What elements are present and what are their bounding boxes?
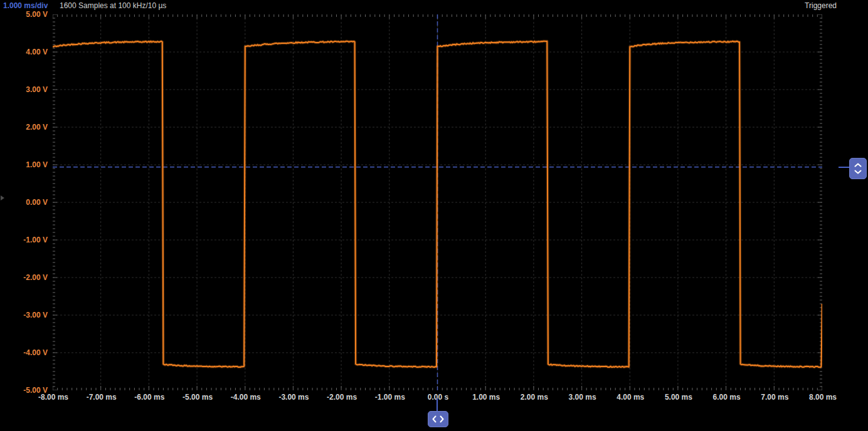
chevron-left-icon[interactable]	[431, 415, 437, 423]
y-tick-label: 1.00 V	[0, 160, 50, 169]
x-tick-label: -3.00 ms	[278, 393, 309, 402]
x-tick-label: 3.00 ms	[569, 393, 596, 402]
x-tick-label: 4.00 ms	[617, 393, 644, 402]
oscilloscope-screen: 1.000 ms/div 1600 Samples at 100 kHz/10 …	[0, 0, 868, 431]
y-tick-label: -4.00 V	[0, 348, 50, 357]
y-tick-label: 4.00 V	[0, 48, 50, 56]
chevron-down-icon[interactable]	[854, 169, 862, 175]
x-tick-label: 1.00 ms	[472, 393, 500, 402]
y-tick-label: 5.00 V	[0, 10, 50, 19]
x-tick-label: -6.00 ms	[134, 393, 164, 402]
scope-plot-area[interactable]	[53, 14, 822, 390]
trigger-position-connector-line	[437, 398, 438, 412]
y-tick-label: 0.00 V	[0, 198, 50, 207]
x-tick-label: -5.00 ms	[183, 393, 213, 402]
samples-info-label: 1600 Samples at 100 kHz/10 µs	[60, 1, 166, 10]
x-tick-label: 0.00 s	[428, 393, 448, 402]
x-tick-label: -2.00 ms	[327, 393, 357, 402]
header-bar: 1.000 ms/div 1600 Samples at 100 kHz/10 …	[0, 0, 868, 13]
timebase-label[interactable]: 1.000 ms/div	[3, 1, 48, 10]
x-tick-label: 2.00 ms	[521, 393, 548, 402]
trigger-position-control[interactable]	[428, 411, 448, 427]
y-tick-label: 2.00 V	[0, 123, 50, 132]
x-tick-label: 7.00 ms	[761, 393, 788, 402]
chevron-right-icon[interactable]	[439, 415, 445, 423]
chevron-up-icon[interactable]	[854, 162, 862, 168]
x-tick-label: 5.00 ms	[665, 393, 692, 402]
x-tick-label: -1.00 ms	[375, 393, 405, 402]
x-tick-label: -7.00 ms	[87, 393, 117, 402]
channel-offset-marker-icon[interactable]	[1, 195, 4, 200]
x-tick-label: 6.00 ms	[713, 393, 741, 402]
y-tick-label: -1.00 V	[0, 236, 50, 244]
x-tick-label: 8.00 ms	[809, 393, 837, 402]
trigger-level-control[interactable]	[849, 158, 867, 179]
x-tick-label: -4.00 ms	[231, 393, 261, 402]
y-tick-label: -3.00 V	[0, 311, 50, 319]
trigger-status-label: Triggered	[805, 1, 837, 10]
x-tick-label: -8.00 ms	[38, 393, 68, 402]
y-tick-label: -2.00 V	[0, 273, 50, 282]
y-tick-label: 3.00 V	[0, 85, 50, 94]
